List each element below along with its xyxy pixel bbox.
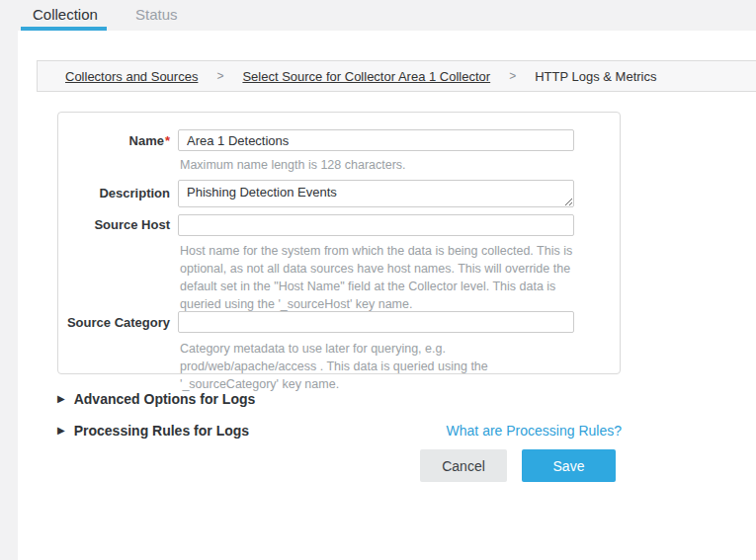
- source-category-help-text: Category metadata to use later for query…: [180, 340, 578, 393]
- name-label-text: Name: [129, 133, 164, 148]
- tab-status[interactable]: Status: [135, 0, 178, 30]
- cancel-button[interactable]: Cancel: [420, 449, 507, 482]
- source-host-help-text: Host name for the system from which the …: [180, 242, 578, 313]
- breadcrumb-separator-icon: >: [509, 69, 516, 83]
- tab-collection[interactable]: Collection: [33, 0, 98, 30]
- processing-rules-title: Processing Rules for Logs: [74, 423, 249, 439]
- breadcrumb-select-source[interactable]: Select Source for Collector Area 1 Colle…: [242, 69, 490, 84]
- description-textarea[interactable]: Phishing Detection Events: [178, 180, 574, 207]
- breadcrumb-separator-icon: >: [216, 69, 223, 83]
- collapsed-triangle-icon: ▶: [57, 423, 65, 439]
- source-host-label: Source Host: [57, 217, 170, 232]
- what-are-processing-rules-link[interactable]: What are Processing Rules?: [447, 423, 622, 439]
- source-category-label: Source Category: [57, 315, 170, 330]
- source-host-input[interactable]: [178, 214, 574, 236]
- breadcrumb-collectors-and-sources[interactable]: Collectors and Sources: [65, 69, 198, 84]
- save-button[interactable]: Save: [522, 449, 616, 482]
- description-label: Description: [57, 186, 170, 200]
- source-category-input[interactable]: [178, 311, 574, 333]
- advanced-options-toggle[interactable]: ▶ Advanced Options for Logs: [57, 391, 255, 407]
- name-label: Name*: [57, 133, 170, 148]
- advanced-options-title: Advanced Options for Logs: [74, 391, 256, 407]
- name-help-text: Maximum name length is 128 characters.: [180, 156, 578, 174]
- breadcrumb-current-page: HTTP Logs & Metrics: [535, 69, 656, 84]
- processing-rules-toggle[interactable]: ▶ Processing Rules for Logs: [57, 423, 249, 439]
- name-input[interactable]: [178, 129, 574, 151]
- required-marker: *: [165, 133, 170, 148]
- breadcrumb: Collectors and Sources > Select Source f…: [37, 60, 756, 92]
- top-tab-bar: Collection Status: [0, 0, 756, 31]
- collapsed-triangle-icon: ▶: [57, 391, 65, 407]
